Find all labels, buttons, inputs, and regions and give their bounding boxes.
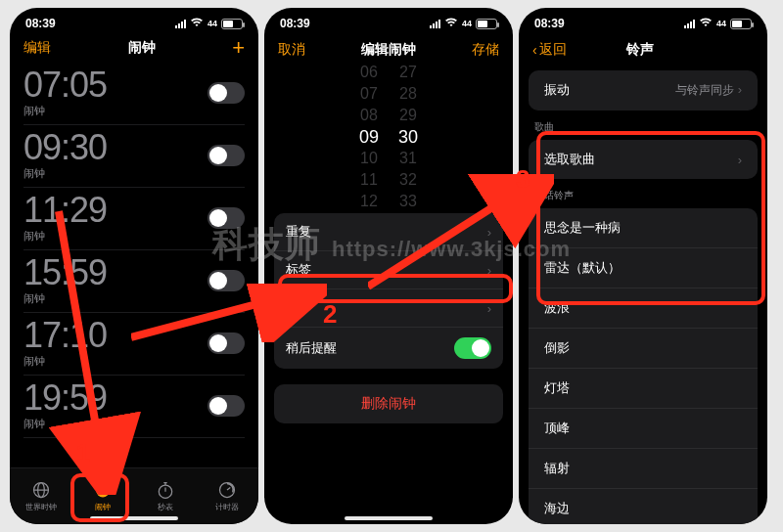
nav-bar: ‹返回 铃声: [519, 35, 767, 65]
battery-icon: [476, 19, 497, 29]
status-bar: 08:39 44: [10, 8, 258, 35]
add-alarm-button[interactable]: +: [232, 41, 245, 55]
alarm-time: 07:05: [23, 66, 107, 104]
back-button[interactable]: ‹返回: [532, 41, 567, 59]
setting-label: 标签: [286, 261, 311, 279]
tab-label: 秒表: [158, 502, 173, 512]
alarm-row[interactable]: 09:30 闹钟: [23, 125, 245, 188]
page-title: 铃声: [626, 41, 654, 59]
signal-icon: [684, 20, 695, 28]
alarm-row[interactable]: 15:59 闹钟: [23, 250, 245, 313]
alarm-row[interactable]: 17:10 闹钟: [23, 313, 245, 376]
ringtone-row[interactable]: 倒影: [529, 329, 758, 369]
delete-alarm-button[interactable]: 删除闹钟: [274, 384, 503, 423]
page-title: 编辑闹钟: [361, 41, 416, 59]
chevron-right-icon: ›: [487, 263, 491, 278]
ringtone-row[interactable]: 辐射: [529, 449, 758, 489]
wifi-icon: [699, 18, 713, 29]
alarm-toggle[interactable]: [207, 82, 245, 104]
row-label: 选取歌曲: [544, 151, 595, 168]
alarm-settings: 重复 › 标签 › 铃声 › 稍后提醒: [274, 213, 503, 369]
alarm-toggle[interactable]: [207, 270, 245, 291]
screen-edit-alarm: 08:39 44 取消 编辑闹钟 存储 06 07 08 09 10 11: [264, 8, 513, 524]
pick-song-row[interactable]: 选取歌曲 ›: [529, 140, 758, 179]
page-title: 闹钟: [128, 39, 156, 57]
setting-label: 稍后提醒: [286, 339, 337, 357]
nav-bar: 取消 编辑闹钟 存储: [264, 35, 513, 65]
row-label: 思念是一种病: [544, 219, 621, 237]
tab-label: 世界时钟: [25, 502, 57, 512]
song-card: 选取歌曲 ›: [529, 140, 758, 179]
sound-list: 振动 与铃声同步 › 歌曲 选取歌曲 › 电话铃声 思念是一种病 雷达（默认） …: [519, 70, 767, 524]
tab-worldclock[interactable]: 世界时钟: [10, 468, 72, 524]
setting-repeat[interactable]: 重复 ›: [274, 213, 503, 251]
row-label: 雷达（默认）: [544, 259, 621, 277]
battery-icon: [730, 19, 752, 29]
setting-label-row[interactable]: 标签 ›: [274, 251, 503, 289]
status-right: 44: [684, 18, 752, 29]
alarm-toggle[interactable]: [207, 395, 245, 417]
row-label: 倒影: [544, 339, 570, 357]
globe-icon: [31, 480, 51, 500]
row-label: 顶峰: [544, 420, 570, 437]
alarm-time: 09:30: [23, 129, 107, 166]
edit-button[interactable]: 编辑: [23, 39, 51, 57]
alarm-sublabel: 闹钟: [23, 104, 107, 118]
home-indicator[interactable]: [345, 516, 433, 520]
battery-label: 44: [462, 19, 472, 28]
screen-alarm-list: 08:39 44 编辑 闹钟 + 07:05 闹钟: [10, 8, 258, 524]
alarm-row[interactable]: 11:29 闹钟: [23, 188, 245, 250]
ringtone-row[interactable]: 灯塔: [529, 369, 758, 409]
alarm-sublabel: 闹钟: [23, 354, 107, 369]
setting-label: 铃声: [286, 299, 311, 317]
battery-icon: [221, 19, 243, 29]
timer-icon: [217, 480, 237, 500]
alarm-toggle[interactable]: [207, 145, 245, 166]
tab-timer[interactable]: 计时器: [197, 468, 259, 524]
alarm-list: 07:05 闹钟 09:30 闹钟 11:29 闹钟: [10, 63, 258, 438]
screen-sound: 08:39 44 ‹返回 铃声 振动 与铃声同步 › 歌曲: [519, 8, 767, 524]
alarm-row[interactable]: 07:05 闹钟: [23, 63, 245, 125]
time-picker[interactable]: 06 07 08 09 10 11 12 27 28 29 30 31 32 3…: [264, 68, 513, 205]
alarm-row[interactable]: 19:59 闹钟: [23, 376, 245, 438]
status-bar: 08:39 44: [519, 8, 767, 35]
wifi-icon: [444, 18, 458, 29]
chevron-left-icon: ‹: [532, 42, 537, 58]
ringtone-row[interactable]: 顶峰: [529, 409, 758, 449]
row-label: 波浪: [544, 299, 570, 317]
setting-label: 重复: [286, 223, 311, 241]
home-indicator[interactable]: [90, 516, 178, 520]
row-label: 灯塔: [544, 379, 570, 397]
chevron-right-icon: ›: [487, 225, 491, 240]
alarm-sublabel: 闹钟: [23, 166, 107, 181]
chevron-right-icon: ›: [487, 301, 491, 316]
ringtone-card: 思念是一种病 雷达（默认） 波浪 倒影 灯塔 顶峰 辐射 海边 欢乐时光 缓慢上…: [529, 208, 758, 524]
ringtone-row[interactable]: 波浪: [529, 288, 758, 329]
tab-label: 计时器: [215, 502, 239, 512]
cancel-button[interactable]: 取消: [278, 41, 305, 59]
picker-hours[interactable]: 06 07 08 09 10 11 12: [359, 62, 379, 212]
ringtone-row[interactable]: 海边: [529, 489, 758, 524]
snooze-toggle[interactable]: [454, 337, 491, 359]
vibrate-row[interactable]: 振动 与铃声同步 ›: [529, 70, 758, 111]
signal-icon: [175, 20, 186, 28]
stopwatch-icon: [156, 480, 175, 500]
ringtone-row[interactable]: 思念是一种病: [529, 208, 758, 248]
svg-point-4: [159, 485, 171, 498]
alarm-icon: [93, 480, 113, 500]
status-right: 44: [175, 18, 243, 29]
signal-icon: [430, 20, 440, 28]
group-header-ringtones: 电话铃声: [519, 179, 767, 208]
save-button[interactable]: 存储: [472, 41, 499, 59]
setting-snooze: 稍后提醒: [274, 328, 503, 369]
picker-minutes[interactable]: 27 28 29 30 31 32 33: [398, 62, 418, 212]
alarm-toggle[interactable]: [207, 332, 245, 354]
setting-sound[interactable]: 铃声 ›: [274, 289, 503, 328]
alarm-time: 15:59: [23, 254, 107, 291]
chevron-right-icon: ›: [738, 153, 742, 167]
battery-label: 44: [716, 19, 726, 28]
ringtone-row[interactable]: 雷达（默认）: [529, 248, 758, 288]
row-label: 辐射: [544, 460, 570, 477]
group-header-songs: 歌曲: [519, 111, 767, 140]
alarm-toggle[interactable]: [207, 207, 245, 229]
